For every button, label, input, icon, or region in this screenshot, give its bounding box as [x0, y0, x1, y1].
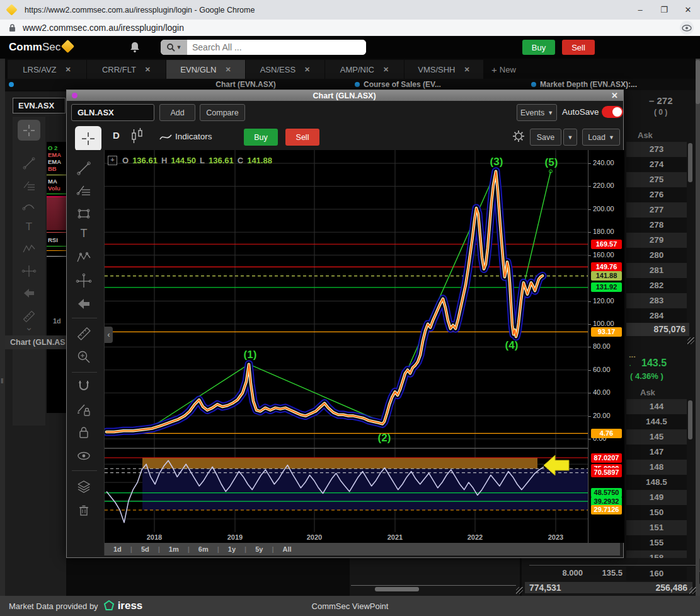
ask-row[interactable]: 149 [626, 490, 687, 505]
price-chart-plot[interactable]: 201820192020202120222023(1)(2)(3)(4)(5) [105, 150, 588, 543]
symbol-input[interactable]: GLN.ASX [71, 104, 154, 121]
drag-handle[interactable]: ‖ [1, 377, 4, 385]
ask-row[interactable]: 144.5 [626, 414, 687, 429]
crosshair-tool-button[interactable] [75, 126, 101, 151]
docked-window-label[interactable]: Chart (GLN.AS [5, 335, 66, 349]
tab-close-icon[interactable]: ✕ [464, 66, 470, 74]
compare-button[interactable]: Compare [200, 104, 245, 121]
course-of-sales-window-title[interactable]: Course of Sales (EV... [364, 80, 441, 89]
eye-icon[interactable] [680, 21, 694, 35]
forecast-tool-icon[interactable] [21, 264, 37, 279]
curve-tool-icon[interactable] [21, 200, 37, 215]
scrollbar-thumb[interactable] [688, 143, 692, 182]
ask-row[interactable]: 147 [626, 445, 687, 460]
price-axis[interactable]: 240.00220.00200.00180.00160.00120.00100.… [588, 150, 624, 543]
save-dropdown-caret[interactable]: ▼ [563, 129, 577, 146]
elliott-wave-label[interactable]: (4) [505, 339, 519, 351]
chart-window-titlebar[interactable]: Chart (GLN.ASX) ✕ [67, 90, 623, 101]
search-scope-dropdown[interactable]: ▼ [161, 40, 187, 55]
ask-row[interactable]: 279 [626, 233, 687, 248]
tab-asn-ess[interactable]: ASN/ESS✕ [246, 60, 324, 79]
tab-crr-flt[interactable]: CRR/FLT✕ [87, 60, 166, 79]
ask-row[interactable]: 283 [626, 293, 687, 308]
text-tool-icon[interactable]: T [76, 227, 92, 243]
zoom-tool-icon[interactable] [76, 349, 92, 365]
ask-row[interactable]: 160 [626, 567, 687, 581]
visibility-eye-icon[interactable] [76, 448, 92, 464]
new-tab-button[interactable]: +New [491, 60, 516, 79]
projection-tool-icon[interactable] [76, 273, 92, 289]
shape-tool-icon[interactable] [76, 206, 92, 222]
add-button[interactable]: Add [159, 104, 195, 121]
text-tool-icon[interactable]: T [21, 221, 37, 236]
range-button-1d[interactable]: 1d [105, 545, 130, 553]
chart-window-close-icon[interactable]: ✕ [611, 91, 618, 100]
range-button-5y[interactable]: 5y [246, 545, 272, 553]
tab-close-icon[interactable]: ✕ [145, 66, 151, 74]
edit-lock-tool-icon[interactable] [76, 402, 92, 418]
magnet-tool-icon[interactable] [76, 378, 92, 395]
trash-icon[interactable] [76, 502, 92, 518]
ask-row[interactable]: 282 [626, 278, 687, 293]
browser-urlbar[interactable]: www2.commsec.com.au/iressplugin/login [0, 20, 700, 37]
chart-style-candles-icon[interactable] [130, 127, 146, 146]
layers-icon[interactable] [76, 478, 92, 494]
trendline-tool-icon[interactable] [76, 160, 92, 177]
range-button-6m[interactable]: 6m [190, 545, 217, 553]
back-arrow-icon[interactable] [21, 286, 37, 301]
tab-evn-gln[interactable]: EVN/GLN✕ [166, 60, 245, 79]
evn-symbol-box[interactable]: EVN.ASX [13, 98, 66, 113]
trendline-tool-icon[interactable] [21, 156, 37, 171]
range-button-all[interactable]: All [273, 545, 300, 553]
ask-row[interactable]: 148 [626, 460, 687, 475]
range-button-1y[interactable]: 1y [219, 545, 244, 553]
chevron-down-icon[interactable]: ⌄ [21, 322, 37, 337]
range-button-5d[interactable]: 5d [132, 545, 158, 553]
resize-grip[interactable] [689, 587, 696, 594]
toolbar-collapse-tab[interactable]: ‹ [105, 327, 113, 343]
elliott-wave-label[interactable]: (3) [490, 156, 503, 168]
horizontal-scrollbar-thumb[interactable] [375, 587, 419, 591]
elliott-wave-label[interactable]: (5) [545, 156, 558, 168]
crosshair-tool-icon[interactable] [18, 120, 40, 141]
left-resize-strip[interactable]: ‖ [0, 59, 5, 596]
xabcd-pattern-tool-icon[interactable] [76, 250, 92, 266]
tab-close-icon[interactable]: ✕ [66, 66, 71, 74]
ask-row[interactable]: 278 [626, 218, 687, 233]
ask-row[interactable]: 275 [626, 172, 687, 187]
chart-evn-window-title[interactable]: Chart (EVN.ASX) [176, 80, 315, 89]
back-arrow-icon[interactable] [76, 296, 92, 312]
ask-row[interactable]: 150 [626, 505, 687, 520]
ruler-tool-icon[interactable] [76, 325, 92, 342]
tab-lrs-avz[interactable]: LRS/AVZ✕ [8, 60, 86, 79]
tab-amp-nic[interactable]: AMP/NIC✕ [325, 60, 404, 79]
save-button[interactable]: Save [530, 129, 561, 146]
chart-sell-button[interactable]: Sell [285, 129, 319, 146]
browser-scrollbar[interactable] [696, 59, 700, 596]
scrollbar-thumb[interactable] [696, 60, 700, 104]
tab-close-icon[interactable]: ✕ [383, 66, 389, 74]
scrollbar-thumb[interactable] [688, 400, 692, 439]
elliott-wave-label[interactable]: (1) [244, 349, 257, 361]
minimize-button[interactable]: – [628, 0, 652, 20]
tab-vms-shh[interactable]: VMS/SHH✕ [405, 60, 483, 79]
ask-row[interactable]: 145 [626, 429, 687, 445]
ask-row[interactable]: 273 [626, 142, 687, 157]
tab-close-icon[interactable]: ✕ [304, 66, 310, 74]
ask-row[interactable]: 284 [626, 308, 687, 323]
tab-close-icon[interactable]: ✕ [225, 66, 231, 74]
elliott-wave-label[interactable]: (2) [378, 432, 391, 444]
settings-gear-icon[interactable] [511, 129, 526, 144]
ask-row[interactable]: 144 [626, 399, 687, 414]
load-dropdown[interactable]: Load▼ [582, 129, 620, 146]
evn-interval-label[interactable]: 1d [53, 317, 61, 325]
url-text[interactable]: www2.commsec.com.au/iressplugin/login [23, 23, 184, 33]
ask-row[interactable]: 281 [626, 263, 687, 278]
resize-grip[interactable] [516, 587, 523, 594]
bell-icon[interactable] [128, 40, 142, 54]
xabcd-tool-icon[interactable] [21, 241, 37, 257]
ask-row[interactable]: 151 [626, 520, 687, 535]
ask-row[interactable]: 276 [626, 187, 687, 202]
interval-selector[interactable]: D [113, 130, 120, 141]
search-box[interactable]: ▼ [161, 40, 366, 55]
